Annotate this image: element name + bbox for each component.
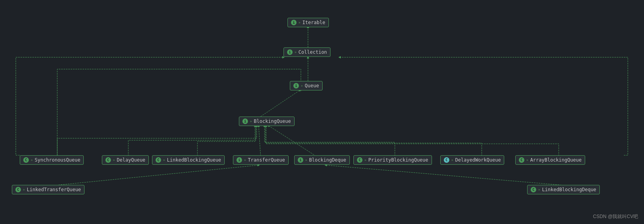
collection-label: Collection	[299, 49, 327, 55]
delayedworkqueue-label: DelayedWorkQueue	[455, 157, 501, 163]
svg-line-6	[326, 165, 569, 186]
node-queue[interactable]: i » Queue	[290, 81, 323, 90]
blockingdeque-label: BlockingDeque	[309, 157, 346, 163]
arrayblockingqueue-icon: C	[519, 157, 524, 163]
priorityblockingqueue-label: PriorityBlockingQueue	[368, 157, 428, 163]
linkedblockingdeque-icon: C	[531, 187, 536, 192]
synchronousqueue-icon: C	[23, 157, 29, 163]
node-blockingqueue[interactable]: i » BlockingQueue	[239, 117, 295, 126]
svg-line-4	[268, 126, 316, 156]
queue-label: Queue	[305, 83, 319, 88]
iterable-icon: i	[291, 20, 297, 25]
node-transferqueue[interactable]: i » TransferQueue	[233, 155, 289, 165]
arrayblockingqueue-label: ArrayBlockingQueue	[530, 157, 582, 163]
node-linkedblockingqueue[interactable]: C » LinkedBlockingQueue	[152, 155, 225, 165]
linkedtransferqueue-icon: C	[15, 187, 21, 192]
node-arrayblockingqueue[interactable]: C » ArrayBlockingQueue	[515, 155, 585, 165]
node-synchronousqueue[interactable]: C » SynchronousQueue	[20, 155, 84, 165]
svg-line-2	[261, 90, 300, 117]
delayedworkqueue-icon: C	[444, 157, 449, 163]
iterable-label: Iterable	[302, 20, 325, 25]
svg-line-5	[51, 165, 259, 186]
linkedblockingqueue-label: LinkedBlockingQueue	[167, 157, 221, 163]
transferqueue-label: TransferQueue	[248, 157, 285, 163]
blockingqueue-icon: i	[242, 119, 248, 124]
node-linkedblockingdeque[interactable]: C » LinkedBlockingDeque	[527, 185, 600, 194]
blockingqueue-label: BlockingQueue	[254, 119, 291, 124]
linkedtransferqueue-label: LinkedTransferQueue	[27, 187, 81, 192]
transferqueue-icon: i	[237, 157, 242, 163]
node-priorityblockingqueue[interactable]: C » PriorityBlockingQueue	[353, 155, 432, 165]
node-linkedtransferqueue[interactable]: C » LinkedTransferQueue	[12, 185, 84, 194]
node-collection[interactable]: i » Collection	[284, 47, 330, 57]
priorityblockingqueue-icon: C	[357, 157, 362, 163]
linkedblockingqueue-icon: C	[156, 157, 161, 163]
synchronousqueue-label: SynchronousQueue	[35, 157, 81, 163]
delayqueue-label: DelayQueue	[117, 157, 145, 163]
node-iterable[interactable]: i » Iterable	[287, 18, 329, 27]
collection-icon: i	[287, 49, 293, 55]
watermark: CSDN @我就叫CV吧	[593, 213, 638, 220]
queue-icon: i	[293, 83, 299, 88]
svg-line-3	[259, 126, 261, 156]
diagram-container: i » Iterable i » Collection i » Queue i …	[0, 0, 644, 224]
blockingdeque-icon: i	[298, 157, 303, 163]
node-blockingdeque[interactable]: i » BlockingDeque	[294, 155, 350, 165]
delayqueue-icon: C	[105, 157, 111, 163]
node-delayqueue[interactable]: C » DelayQueue	[102, 155, 149, 165]
linkedblockingdeque-label: LinkedBlockingDeque	[542, 187, 596, 192]
node-delayedworkqueue[interactable]: C » DelayedWorkQueue	[440, 155, 504, 165]
